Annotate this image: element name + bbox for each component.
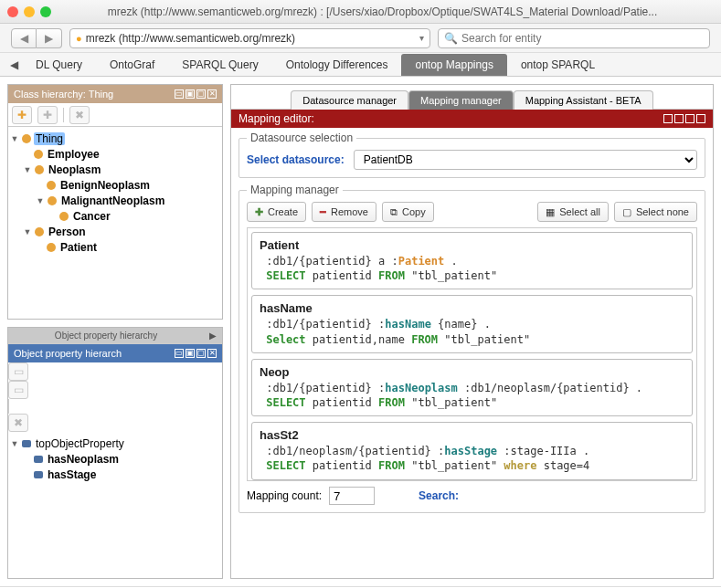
datasource-select[interactable]: PatientDB bbox=[354, 150, 697, 170]
create-button[interactable]: ✚Create bbox=[247, 202, 306, 222]
class-employee[interactable]: Employee bbox=[46, 148, 101, 161]
mapping-editor-header: Mapping editor: bbox=[231, 110, 713, 128]
tab-ontop-mappings[interactable]: ontop Mappings bbox=[401, 54, 506, 76]
select-none-icon: ▢ bbox=[622, 206, 631, 218]
class-hierarchy-header: Class hierarchy: Thing ▭▣▢✕ bbox=[8, 85, 222, 103]
back-button[interactable]: ◀ bbox=[11, 28, 37, 48]
mapping-area: Datasource manager Mapping manager Mappi… bbox=[230, 84, 714, 579]
tab-ontology-differences[interactable]: Ontology Differences bbox=[272, 54, 402, 76]
tab-datasource-manager[interactable]: Datasource manager bbox=[291, 90, 408, 110]
add-subclass-icon[interactable]: ✚ bbox=[12, 106, 32, 124]
mapping-target: :db1/{patientid} a :Patient . bbox=[260, 254, 684, 268]
mapping-sql: SELECT patientid FROM "tbl_patient" bbox=[260, 268, 684, 283]
object-property-header: Object property hierarch ▭▣▢✕ bbox=[8, 344, 222, 362]
minimize-icon[interactable] bbox=[24, 6, 35, 17]
panel-controls[interactable]: ▭▣▢✕ bbox=[175, 349, 217, 358]
mapping-manager-legend: Mapping manager bbox=[247, 184, 343, 196]
window-titlebar: mrezk (http://www.semanticweb.org/mrezk)… bbox=[0, 0, 721, 24]
forward-button[interactable]: ▶ bbox=[37, 28, 62, 48]
mapping-target: :db1/{patientid} :hasName {name} . bbox=[260, 317, 684, 331]
close-icon[interactable] bbox=[7, 6, 18, 17]
delete-class-icon[interactable]: ✖ bbox=[69, 106, 90, 124]
class-hierarchy-panel: Class hierarchy: Thing ▭▣▢✕ ✚ ✚ ✖ ▼Thing… bbox=[7, 84, 223, 320]
mapping-card[interactable]: hasName :db1/{patientid} :hasName {name}… bbox=[251, 295, 693, 352]
toolbar: ◀ ▶ ● mrezk (http://www.semanticweb.org/… bbox=[0, 24, 721, 53]
tab-ontop-sparql[interactable]: ontop SPARQL bbox=[507, 54, 609, 76]
mapping-count-label: Mapping count: bbox=[247, 489, 322, 502]
tab-dl-query[interactable]: DL Query bbox=[22, 54, 96, 76]
mapping-manager-group: Mapping manager ✚Create ━Remove ⧉Copy ▦S… bbox=[239, 184, 705, 513]
ontology-iri-field[interactable]: ● mrezk (http://www.semanticweb.org/mrez… bbox=[69, 28, 430, 48]
tab-ontograf[interactable]: OntoGraf bbox=[96, 54, 168, 76]
mapping-title: Neop bbox=[260, 365, 684, 379]
mapping-target: :db1/{patientid} :hasNeoplasm :db1/neopl… bbox=[260, 381, 684, 395]
tab-sparql-query[interactable]: SPARQL Query bbox=[168, 54, 271, 76]
zoom-icon[interactable] bbox=[40, 6, 51, 17]
copy-icon: ⧉ bbox=[390, 206, 398, 218]
prop-has-stage[interactable]: hasStage bbox=[46, 468, 98, 481]
select-all-icon: ▦ bbox=[546, 206, 555, 218]
datasource-label: Select datasource: bbox=[247, 153, 345, 166]
class-hierarchy-title: Class hierarchy: Thing bbox=[14, 89, 113, 100]
mapping-sub-tabs: Datasource manager Mapping manager Mappi… bbox=[231, 85, 713, 110]
mapping-target: :db1/neoplasm/{patientid} :hasStage :sta… bbox=[260, 444, 684, 458]
window-title: mrezk (http://www.semanticweb.org/mrezk)… bbox=[51, 5, 714, 18]
prop-has-neoplasm[interactable]: hasNeoplasm bbox=[46, 453, 121, 466]
ontology-iri-text: mrezk (http://www.semanticweb.org/mrezk) bbox=[86, 32, 416, 45]
plus-icon: ✚ bbox=[255, 206, 263, 218]
mapping-search-label: Search: bbox=[419, 489, 459, 502]
datasource-selection-group: Datasource selection Select datasource: … bbox=[239, 131, 705, 178]
add-sibling-icon[interactable]: ✚ bbox=[37, 106, 58, 124]
mapping-title: hasName bbox=[260, 301, 684, 315]
traffic-lights[interactable] bbox=[7, 6, 51, 17]
copy-button[interactable]: ⧉Copy bbox=[382, 202, 434, 222]
main-tabs: ◀ DL Query OntoGraf SPARQL Query Ontolog… bbox=[0, 53, 721, 77]
object-property-tree[interactable]: ▼topObjectProperty hasNeoplasm hasStage bbox=[8, 432, 222, 578]
class-cancer[interactable]: Cancer bbox=[71, 210, 112, 223]
add-property-icon[interactable]: ▭ bbox=[8, 362, 28, 381]
class-patient[interactable]: Patient bbox=[58, 241, 99, 254]
tab-mapping-assistant[interactable]: Mapping Assistant - BETA bbox=[514, 90, 653, 110]
tab-mapping-manager[interactable]: Mapping manager bbox=[408, 90, 514, 110]
search-icon: 🔍 bbox=[444, 32, 458, 45]
chevron-down-icon[interactable]: ▾ bbox=[419, 33, 424, 43]
select-all-button[interactable]: ▦Select all bbox=[537, 202, 609, 222]
class-neoplasm[interactable]: Neoplasm bbox=[47, 163, 102, 176]
object-property-title: Object property hierarch bbox=[14, 348, 122, 359]
object-property-tab[interactable]: Object property hierarchy bbox=[8, 328, 204, 343]
class-tree[interactable]: ▼Thing Employee ▼Neoplasm BenignNeoplasm… bbox=[8, 127, 222, 319]
prop-top[interactable]: topObjectProperty bbox=[34, 437, 126, 450]
objprop-toolbar: ▭ ▭ ✖ bbox=[8, 362, 222, 432]
mapping-title: hasSt2 bbox=[260, 428, 684, 442]
delete-property-icon[interactable]: ✖ bbox=[8, 414, 28, 432]
class-toolbar: ✚ ✚ ✖ bbox=[8, 103, 222, 127]
tab-overflow-icon[interactable]: ▶ bbox=[204, 328, 222, 343]
minus-icon: ━ bbox=[320, 206, 326, 218]
mapping-sql: Select patientid,name FROM "tbl_patient" bbox=[260, 332, 684, 347]
class-person[interactable]: Person bbox=[47, 226, 88, 238]
entity-search-input[interactable] bbox=[461, 32, 704, 45]
add-sibling-property-icon[interactable]: ▭ bbox=[8, 381, 28, 399]
globe-icon: ● bbox=[76, 33, 82, 44]
datasource-legend: Datasource selection bbox=[247, 131, 356, 144]
panel-controls[interactable]: ▭▣▢✕ bbox=[175, 89, 217, 99]
remove-button[interactable]: ━Remove bbox=[312, 202, 376, 222]
mapping-card[interactable]: Neop :db1/{patientid} :hasNeoplasm :db1/… bbox=[251, 359, 693, 416]
mapping-sql: SELECT patientid FROM "tbl_patient" wher… bbox=[260, 458, 684, 473]
entity-search[interactable]: 🔍 bbox=[438, 28, 710, 48]
tabs-scroll-left[interactable]: ◀ bbox=[5, 58, 22, 71]
class-thing[interactable]: Thing bbox=[34, 132, 65, 145]
mapping-list[interactable]: Patient :db1/{patientid} a :Patient . SE… bbox=[247, 227, 697, 481]
mapping-sql: SELECT patientid FROM "tbl_patient" bbox=[260, 395, 684, 410]
mapping-card[interactable]: Patient :db1/{patientid} a :Patient . SE… bbox=[251, 232, 693, 289]
mapping-card[interactable]: hasSt2 :db1/neoplasm/{patientid} :hasSta… bbox=[251, 422, 693, 479]
class-malignant-neoplasm[interactable]: MalignantNeoplasm bbox=[59, 194, 166, 207]
select-none-button[interactable]: ▢Select none bbox=[614, 202, 697, 222]
mapping-editor-title: Mapping editor: bbox=[239, 112, 314, 125]
object-property-panel: Object property hierarchy ▶ Object prope… bbox=[7, 327, 223, 579]
mapping-count-field[interactable] bbox=[329, 487, 375, 505]
mapping-title: Patient bbox=[260, 238, 684, 252]
class-benign-neoplasm[interactable]: BenignNeoplasm bbox=[58, 179, 152, 192]
